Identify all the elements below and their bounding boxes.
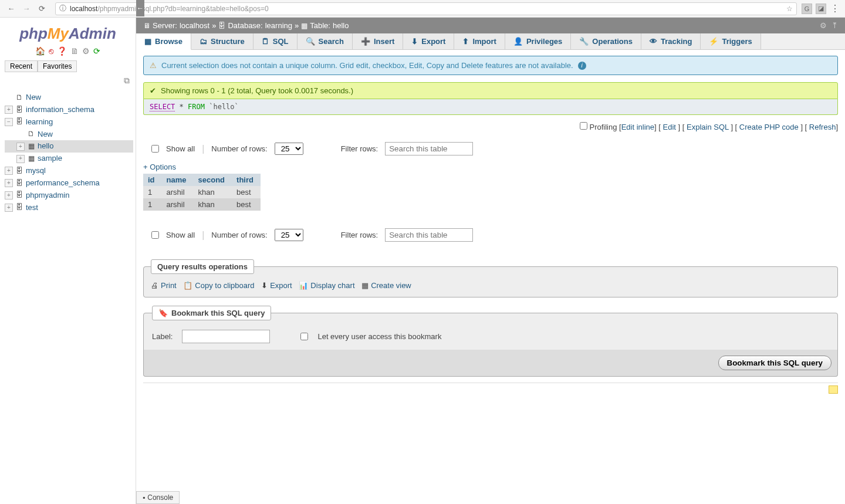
- crumb-server[interactable]: localhost: [180, 21, 209, 30]
- tab-search[interactable]: 🔍Search: [298, 33, 353, 49]
- tab-privileges[interactable]: 👤Privileges: [505, 33, 571, 49]
- page-settings-gear-icon[interactable]: ⚙: [820, 21, 827, 30]
- docs-icon[interactable]: ❓: [57, 46, 67, 56]
- expand-icon[interactable]: +: [5, 167, 13, 175]
- filter-rows-input-bottom[interactable]: [385, 228, 473, 242]
- show-all-checkbox-bottom[interactable]: [151, 231, 159, 239]
- bookmark-label-text: Label:: [152, 332, 173, 341]
- tree-db-phpmyadmin[interactable]: +🗄phpmyadmin: [5, 190, 133, 202]
- expand-icon[interactable]: +: [5, 106, 13, 114]
- tab-browse[interactable]: ▦Browse: [136, 33, 191, 50]
- display-chart-link[interactable]: Display chart: [310, 281, 354, 290]
- bookmark-share-label[interactable]: Let every user access this bookmark: [317, 332, 441, 341]
- tab-structure[interactable]: 🗂Structure: [191, 33, 254, 49]
- tab-insert[interactable]: ➕Insert: [353, 33, 403, 49]
- show-all-checkbox-top[interactable]: [151, 145, 159, 153]
- num-rows-select-bottom[interactable]: 25: [275, 229, 303, 241]
- extension-g-icon[interactable]: G: [802, 4, 812, 14]
- expand-icon[interactable]: +: [16, 155, 25, 163]
- col-third[interactable]: third: [232, 174, 261, 186]
- home-icon[interactable]: 🏠: [35, 46, 45, 56]
- crumb-database[interactable]: learning: [265, 21, 292, 30]
- edit-link[interactable]: Edit: [663, 123, 676, 131]
- tab-triggers[interactable]: ⚡Triggers: [701, 33, 760, 49]
- options-toggle[interactable]: + Options: [143, 161, 176, 174]
- profiling-checkbox[interactable]: [580, 122, 587, 130]
- logo[interactable]: phpMyAdmin: [0, 18, 136, 45]
- db-icon: 🗄: [15, 190, 24, 200]
- expand-icon[interactable]: +: [5, 179, 13, 187]
- db-icon: 🗄: [15, 117, 24, 127]
- recent-button[interactable]: Recent: [5, 60, 38, 72]
- content-area: ⚠ Current selection does not contain a u…: [136, 50, 845, 504]
- create-php-link[interactable]: Create PHP code: [739, 123, 799, 131]
- tab-import[interactable]: ⬆Import: [454, 33, 505, 49]
- tree-learning-new[interactable]: 🗋New: [5, 128, 133, 141]
- edit-inline-link[interactable]: Edit inline: [621, 123, 654, 131]
- page-up-icon[interactable]: ⤒: [832, 21, 838, 30]
- tree-db-performance-schema[interactable]: +🗄performance_schema: [5, 177, 133, 190]
- crumb-table[interactable]: hello: [333, 21, 349, 30]
- address-bar[interactable]: ⓘ localhost/phpmyadmin/sql.php?db=learni…: [55, 2, 797, 15]
- expand-icon[interactable]: +: [5, 204, 13, 212]
- tab-tracking[interactable]: 👁Tracking: [641, 33, 701, 49]
- col-id[interactable]: id: [143, 174, 162, 186]
- tree-db-information-schema[interactable]: +🗄information_schema: [5, 104, 133, 116]
- collapse-icon[interactable]: −: [5, 118, 13, 126]
- info-icon[interactable]: i: [578, 62, 586, 70]
- search-icon: 🔍: [306, 37, 315, 46]
- sql-icon[interactable]: 🗎: [70, 46, 79, 56]
- extension-box-icon[interactable]: ◪: [816, 4, 826, 14]
- bookmark-submit-button[interactable]: Bookmark this SQL query: [718, 356, 832, 370]
- tab-operations[interactable]: 🔧Operations: [571, 33, 641, 49]
- export-icon: ⬇: [411, 37, 418, 46]
- refresh-link[interactable]: Refresh: [809, 123, 836, 131]
- view-icon: ▦: [361, 281, 369, 290]
- star-icon[interactable]: ☆: [786, 5, 793, 13]
- success-text: Showing rows 0 - 1 (2 total, Query took …: [161, 86, 353, 95]
- num-rows-select-top[interactable]: 25: [275, 143, 303, 155]
- copy-clipboard-link[interactable]: Copy to clipboard: [195, 281, 254, 290]
- bookmark-share-checkbox[interactable]: [300, 333, 308, 340]
- tree-new[interactable]: 🗋New: [5, 92, 133, 104]
- tree-table-sample[interactable]: +▦sample: [5, 153, 133, 165]
- tree-db-test[interactable]: +🗄test: [5, 202, 133, 214]
- export-link[interactable]: Export: [270, 281, 292, 290]
- settings-gear-icon[interactable]: ⚙: [82, 46, 90, 56]
- tree-db-learning[interactable]: −🗄learning: [5, 116, 133, 128]
- create-view-link[interactable]: Create view: [371, 281, 411, 290]
- tree-db-mysql[interactable]: +🗄mysql: [5, 165, 133, 177]
- results-table: id name second third 1 arshil khan best …: [143, 174, 261, 211]
- expand-icon[interactable]: +: [16, 143, 25, 151]
- menu-icon[interactable]: ⋮: [830, 4, 840, 14]
- url-path: /phpmyadmin/sql.php?db=learning&table=he…: [97, 5, 268, 13]
- console-toggle[interactable]: ▪ Console: [136, 491, 180, 504]
- favorites-button[interactable]: Favorites: [38, 60, 77, 72]
- forward-button[interactable]: →: [20, 2, 33, 15]
- tree-table-hello[interactable]: +▦hello: [5, 140, 133, 153]
- logout-icon[interactable]: ⎋: [49, 46, 53, 56]
- profiling-label[interactable]: Profiling: [590, 123, 617, 131]
- row-controls-top: Show all | Number of rows: 25 Filter row…: [143, 136, 838, 161]
- sticky-note-icon[interactable]: [829, 385, 838, 394]
- filter-rows-input-top[interactable]: [385, 142, 473, 155]
- show-all-label[interactable]: Show all: [166, 144, 195, 153]
- tab-sql[interactable]: 🗒SQL: [254, 33, 298, 49]
- reload-tree-icon[interactable]: ⟳: [93, 46, 100, 56]
- export-op-icon: ⬇: [261, 281, 268, 290]
- tab-export[interactable]: ⬇Export: [403, 33, 454, 49]
- bookmark-label-input[interactable]: [182, 330, 270, 343]
- print-link[interactable]: Print: [161, 281, 177, 290]
- collapse-link-icon[interactable]: ⧉: [0, 73, 136, 88]
- sql-tab-icon: 🗒: [262, 37, 269, 46]
- expand-icon[interactable]: +: [5, 191, 13, 199]
- privileges-icon: 👤: [513, 37, 523, 46]
- col-name[interactable]: name: [162, 174, 194, 186]
- sql-actions: Profiling [Edit inline] [ Edit ] [ Expla…: [143, 120, 838, 136]
- col-second[interactable]: second: [194, 174, 232, 186]
- main-panel: 🖥 Server: localhost » 🗄 Database: learni…: [136, 18, 845, 504]
- reload-button[interactable]: ⟳: [35, 2, 48, 15]
- back-button[interactable]: ←: [5, 2, 18, 15]
- explain-sql-link[interactable]: Explain SQL: [687, 123, 729, 131]
- sidebar-collapse-handle[interactable]: ←: [136, 0, 144, 16]
